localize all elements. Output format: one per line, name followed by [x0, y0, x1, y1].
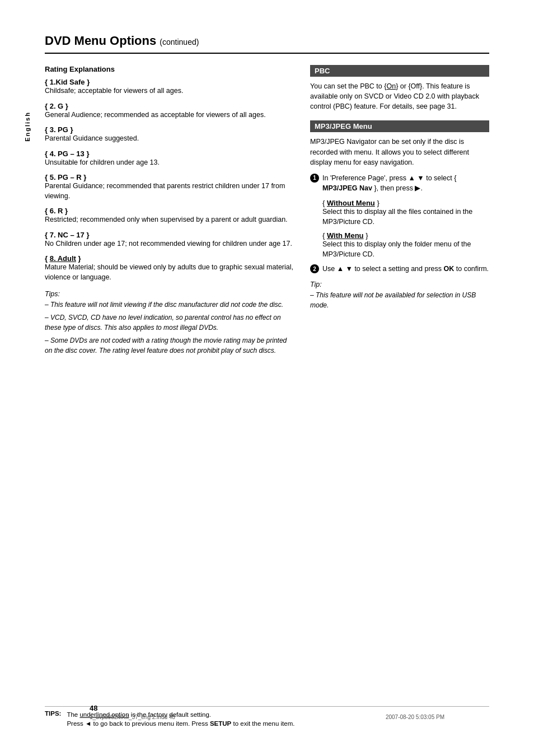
right-tip-heading: Tip: — [310, 281, 489, 288]
with-menu-desc: Select this to display only the folder m… — [322, 240, 489, 259]
rating-5-label: { 5. PG – R } — [45, 173, 293, 181]
mp3jpeg-intro: MP3/JPEG Navigator can be set only if th… — [310, 137, 489, 167]
rating-3: { 3. PG } Parental Guidance suggested. — [45, 125, 293, 144]
left-tip-2: – VCD, SVCD, CD have no level indication… — [45, 313, 293, 333]
tips-footer-label: TIPS: — [45, 710, 61, 717]
rating-2-desc: General Audience; recommended as accepta… — [45, 110, 293, 120]
rating-6: { 6. R } Restricted; recommended only wh… — [45, 207, 293, 225]
rating-2: { 2. G } General Audience; recommended a… — [45, 102, 293, 120]
rating-4-label: { 4. PG – 13 } — [45, 150, 293, 158]
rating-8-label: { 8. Adult } — [45, 254, 293, 263]
rating-1: { 1.Kid Safe } Childsafe; acceptable for… — [45, 78, 293, 96]
with-menu-label: { With Menu } — [322, 231, 489, 240]
rating-heading: Rating Explanations — [45, 65, 293, 73]
rating-1-desc: Childsafe; acceptable for viewers of all… — [45, 86, 293, 96]
page-title-area: DVD Menu Options (continued) — [45, 34, 489, 54]
left-tip-3: – Some DVDs are not coded with a rating … — [45, 336, 293, 356]
page-footer: TIPS: The underlined option is the facto… — [45, 706, 489, 728]
tips-footer-text-2: Press ◄ to go back to previous menu item… — [67, 720, 294, 727]
pbc-heading-box: PBC — [310, 65, 489, 77]
step-1-item: 1 In 'Preference Page', press to select … — [310, 173, 489, 193]
without-menu-desc: Select this to display all the files con… — [322, 207, 489, 227]
without-menu-option: { Without Menu } Select this to display … — [322, 199, 489, 227]
step-2-item: 2 Use ▲ ▼ to select a setting and press … — [310, 264, 489, 274]
page-title: DVD Menu Options (continued) — [45, 34, 489, 54]
title-continued: (continued) — [160, 38, 199, 46]
left-tips-heading: Tips: — [45, 290, 293, 298]
left-tips-section: Tips: – This feature will not limit view… — [45, 290, 293, 356]
step-2-content: Use ▲ ▼ to select a setting and press OK… — [322, 264, 489, 274]
without-menu-label: { Without Menu } — [322, 199, 489, 207]
rating-5: { 5. PG – R } Parental Guidance; recomme… — [45, 173, 293, 201]
rating-3-desc: Parental Guidance suggested. — [45, 134, 293, 144]
rating-3-label: { 3. PG } — [45, 125, 293, 134]
pbc-text: You can set the PBC to {On} or {Off}. Th… — [310, 81, 489, 111]
with-menu-option: { With Menu } Select this to display onl… — [322, 231, 489, 259]
left-tip-1: – This feature will not limit viewing if… — [45, 300, 293, 310]
rating-5-desc: Parental Guidance; recommended that pare… — [45, 181, 293, 201]
rating-7: { 7. NC – 17 } No Children under age 17;… — [45, 231, 293, 249]
step-1-content: In 'Preference Page', press to select { … — [322, 173, 489, 193]
file-info: 1_dvp5982MKII_37_eng 2.indd 48 2007-08-2… — [90, 714, 444, 720]
page-number: 48 — [90, 704, 97, 712]
step-1-circle: 1 — [310, 174, 319, 183]
rating-6-label: { 6. R } — [45, 207, 293, 215]
rating-7-label: { 7. NC – 17 } — [45, 231, 293, 239]
page-container: English DVD Menu Options (continued) Rat… — [0, 0, 534, 756]
right-tip-text: – This feature will not be availabled fo… — [310, 291, 489, 310]
rating-4: { 4. PG – 13 } Unsuitable for children u… — [45, 150, 293, 168]
file-left: 1_dvp5982MKII_37_eng 2.indd 48 — [90, 714, 175, 720]
rating-1-label: { 1.Kid Safe } — [45, 78, 293, 86]
mp3jpeg-heading-box: MP3/JPEG Menu — [310, 120, 489, 132]
rating-4-desc: Unsuitable for children under age 13. — [45, 158, 293, 168]
title-main: DVD Menu Options — [45, 34, 156, 48]
rating-2-label: { 2. G } — [45, 102, 293, 110]
rating-8: { 8. Adult } Mature Material; should be … — [45, 254, 293, 282]
right-column: PBC You can set the PBC to {On} or {Off}… — [310, 65, 489, 359]
rating-8-desc: Mature Material; should be viewed only b… — [45, 263, 293, 282]
step-2-circle: 2 — [310, 264, 319, 273]
left-column: Rating Explanations { 1.Kid Safe } Child… — [45, 65, 293, 359]
main-columns: Rating Explanations { 1.Kid Safe } Child… — [45, 65, 489, 359]
english-label: English — [24, 111, 31, 142]
file-right: 2007-08-20 5:03:05 PM — [386, 714, 444, 720]
rating-7-desc: No Children under age 17; not recommende… — [45, 239, 293, 249]
right-tip-section: Tip: – This feature will not be availabl… — [310, 281, 489, 310]
rating-6-desc: Restricted; recommended only when superv… — [45, 215, 293, 225]
